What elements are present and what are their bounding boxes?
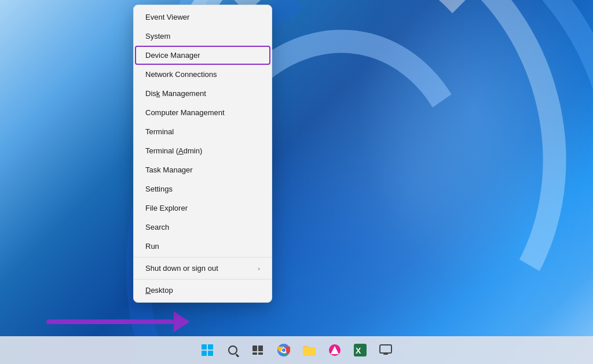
- menu-separator-2: [134, 279, 272, 280]
- menu-item-file-explorer[interactable]: File Explorer: [134, 198, 272, 218]
- menu-item-event-viewer[interactable]: Event Viewer: [134, 8, 272, 27]
- svg-text:X: X: [356, 346, 361, 355]
- arrow-line: [46, 319, 174, 324]
- svg-rect-0: [252, 345, 257, 351]
- svg-rect-15: [380, 345, 391, 353]
- search-icon: [228, 345, 237, 355]
- svg-point-7: [282, 348, 285, 352]
- monitor-icon: [379, 344, 392, 356]
- desktop: Event Viewer System Device Manager Netwo…: [0, 0, 593, 364]
- file-explorer-button[interactable]: [298, 339, 321, 362]
- menu-item-settings[interactable]: Settings: [134, 179, 272, 198]
- pointing-arrow: [46, 311, 190, 332]
- swirl-decoration: [0, 0, 593, 364]
- app-button-2[interactable]: [374, 339, 397, 362]
- menu-separator: [134, 257, 272, 258]
- menu-item-device-manager[interactable]: Device Manager: [135, 46, 270, 65]
- app-button-1[interactable]: [323, 339, 346, 362]
- arrow-annotation: [46, 311, 190, 332]
- chrome-icon: [277, 344, 290, 356]
- arrow-head: [174, 311, 190, 332]
- start-button[interactable]: [196, 339, 219, 362]
- context-menu: Event Viewer System Device Manager Netwo…: [133, 5, 272, 303]
- task-view-icon: [252, 345, 264, 355]
- app-icon-1: [328, 344, 341, 356]
- excel-button[interactable]: X: [349, 339, 372, 362]
- menu-item-terminal[interactable]: Terminal: [134, 122, 272, 141]
- svg-rect-16: [383, 354, 388, 355]
- taskbar: X: [0, 336, 593, 364]
- folder-icon: [303, 344, 316, 356]
- menu-item-network-connections[interactable]: Network Connections: [134, 65, 272, 84]
- menu-item-system[interactable]: System: [134, 27, 272, 46]
- menu-item-terminal-admin[interactable]: Terminal (Admin): [134, 141, 272, 160]
- menu-item-shut-down[interactable]: Shut down or sign out ›: [134, 259, 272, 278]
- svg-rect-10: [303, 347, 316, 356]
- chrome-button[interactable]: [272, 339, 295, 362]
- menu-item-desktop[interactable]: Desktop: [134, 281, 272, 300]
- menu-item-run[interactable]: Run: [134, 237, 272, 256]
- submenu-arrow-icon: ›: [258, 265, 260, 272]
- taskbar-search-button[interactable]: [221, 339, 244, 362]
- task-view-button[interactable]: [247, 339, 270, 362]
- menu-item-search[interactable]: Search: [134, 218, 272, 237]
- menu-item-disk-management[interactable]: Disk Management: [134, 84, 272, 103]
- excel-icon: X: [354, 344, 367, 356]
- menu-item-task-manager[interactable]: Task Manager: [134, 160, 272, 179]
- menu-item-computer-management[interactable]: Computer Management: [134, 103, 272, 122]
- svg-rect-1: [258, 345, 263, 351]
- svg-rect-3: [258, 352, 263, 355]
- svg-rect-2: [252, 352, 257, 355]
- windows-logo-icon: [202, 344, 213, 356]
